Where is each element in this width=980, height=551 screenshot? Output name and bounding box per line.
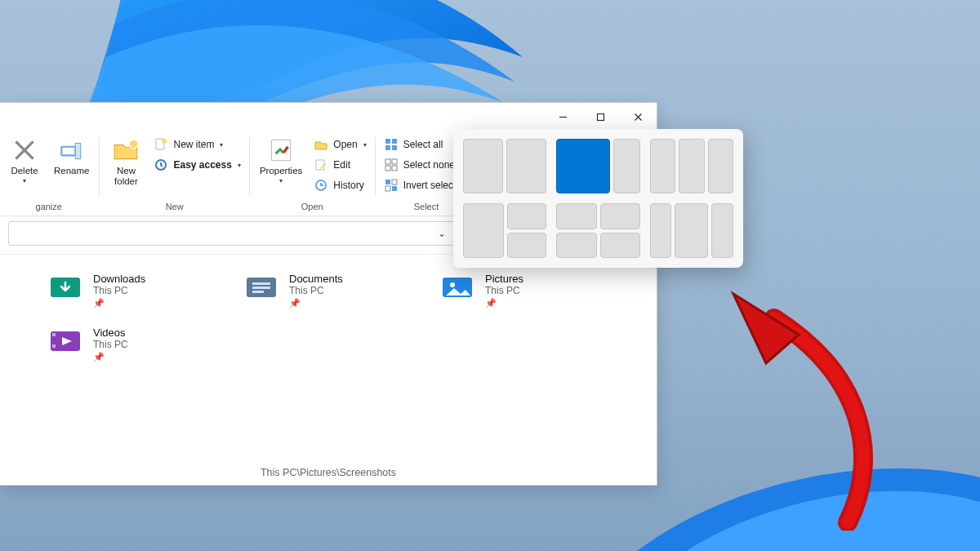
new-item-label: New item	[173, 139, 214, 150]
history-button[interactable]: History	[310, 176, 369, 194]
svg-rect-19	[385, 159, 390, 164]
quick-access-item-documents[interactable]: DocumentsThis PC📌	[245, 273, 441, 309]
quick-access-item-downloads[interactable]: DownloadsThis PC📌	[49, 273, 245, 309]
pin-icon: 📌	[485, 298, 523, 309]
content-area: DownloadsThis PC📌DocumentsThis PC📌Pictur…	[0, 254, 657, 485]
svg-rect-26	[392, 186, 397, 191]
item-location: This PC	[93, 339, 128, 350]
caret-icon: ▾	[220, 141, 223, 149]
group-label-open: Open	[301, 199, 323, 216]
easy-access-label: Easy access	[173, 159, 231, 171]
rename-label: Rename	[54, 166, 89, 176]
snap-layout-50-50[interactable]	[463, 139, 546, 193]
history-label: History	[333, 180, 363, 191]
pin-icon: 📌	[289, 298, 343, 309]
pin-icon: 📌	[93, 298, 145, 309]
invert-selection-icon	[384, 178, 399, 193]
svg-marker-40	[733, 294, 799, 363]
svg-rect-13	[316, 160, 324, 170]
snap-layouts-flyout	[453, 129, 743, 268]
group-label-select: Select	[414, 199, 439, 216]
properties-button[interactable]: Properties ▾	[255, 134, 307, 184]
titlebar	[0, 103, 657, 131]
item-location: This PC	[485, 285, 523, 296]
close-button[interactable]	[619, 103, 657, 131]
svg-rect-38	[52, 344, 56, 348]
path-box[interactable]: ⌄	[8, 221, 477, 246]
svg-rect-37	[52, 333, 56, 336]
svg-rect-20	[392, 159, 397, 164]
svg-rect-6	[61, 147, 75, 156]
new-item-button[interactable]: New item ▾	[150, 136, 243, 153]
svg-rect-15	[385, 139, 390, 144]
caret-icon: ▾	[23, 178, 26, 184]
chevron-down-icon[interactable]: ⌄	[438, 228, 446, 239]
edit-icon	[314, 158, 328, 172]
item-location: This PC	[289, 285, 343, 296]
open-label: Open	[333, 139, 357, 150]
new-item-icon	[154, 137, 168, 152]
documents-folder-icon	[245, 273, 278, 300]
group-label-organize: ganize	[36, 199, 62, 216]
new-folder-button[interactable]: New folder	[105, 134, 147, 187]
open-icon	[314, 137, 328, 152]
svg-rect-21	[385, 166, 390, 171]
pictures-folder-icon	[441, 273, 474, 300]
svg-rect-33	[252, 291, 264, 293]
item-name: Downloads	[93, 273, 145, 285]
caret-icon: ▾	[363, 141, 367, 149]
downloads-folder-icon	[49, 273, 82, 300]
snap-layout-wide-thirds[interactable]	[650, 203, 733, 258]
delete-icon	[11, 136, 38, 164]
easy-access-icon	[154, 158, 168, 172]
edit-label: Edit	[333, 159, 350, 171]
svg-point-8	[130, 140, 139, 149]
history-icon	[314, 178, 328, 193]
select-none-label: Select none	[403, 159, 455, 171]
easy-access-button[interactable]: Easy access ▾	[150, 156, 243, 174]
delete-button[interactable]: Delete ▾	[3, 134, 46, 184]
properties-icon	[267, 136, 295, 164]
properties-label: Properties	[260, 166, 302, 176]
edit-button[interactable]: Edit	[310, 156, 369, 174]
svg-rect-22	[392, 166, 397, 171]
pin-icon: 📌	[93, 352, 128, 362]
svg-rect-31	[252, 282, 270, 285]
new-folder-label: New folder	[114, 166, 138, 187]
svg-rect-7	[75, 144, 80, 159]
delete-label: Delete	[11, 166, 38, 176]
item-name: Pictures	[485, 273, 523, 285]
item-name: Documents	[289, 273, 343, 285]
snap-layout-thirds[interactable]	[650, 139, 733, 193]
quick-access-item-pictures[interactable]: PicturesThis PC📌	[441, 273, 637, 309]
select-all-label: Select all	[403, 139, 443, 150]
annotation-arrow	[676, 286, 889, 531]
snap-layout-70-30[interactable]	[556, 139, 639, 193]
quick-access-item-videos[interactable]: VideosThis PC📌	[49, 327, 245, 362]
open-button[interactable]: Open ▾	[310, 136, 369, 153]
snap-layout-left-stack[interactable]	[463, 203, 546, 258]
item-location: This PC	[93, 285, 145, 296]
videos-folder-icon	[49, 327, 82, 354]
folder-new-icon	[112, 136, 140, 164]
rename-button[interactable]: Rename	[49, 134, 94, 176]
group-label-new: New	[166, 199, 184, 216]
svg-rect-24	[392, 180, 397, 184]
svg-rect-32	[252, 287, 270, 289]
maximize-button[interactable]	[581, 103, 619, 131]
breadcrumb: This PC\Pictures\Screenshots	[0, 467, 657, 478]
svg-rect-1	[597, 113, 604, 120]
svg-rect-17	[385, 145, 390, 150]
snap-layout-quarters[interactable]	[556, 203, 639, 258]
select-all-icon	[384, 137, 399, 152]
svg-rect-18	[392, 145, 397, 150]
select-none-icon	[384, 158, 399, 172]
svg-rect-23	[385, 180, 390, 184]
svg-rect-25	[385, 186, 390, 191]
caret-icon: ▾	[238, 162, 241, 169]
minimize-button[interactable]	[544, 103, 581, 131]
svg-point-10	[162, 139, 167, 144]
svg-point-35	[450, 282, 455, 287]
svg-rect-16	[392, 139, 397, 144]
rename-icon	[58, 136, 86, 164]
